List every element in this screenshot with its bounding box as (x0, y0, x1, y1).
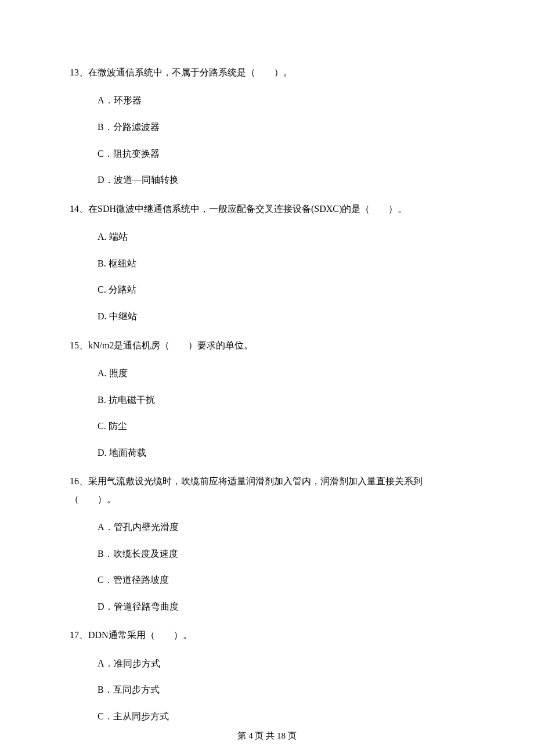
options-list: A．管孔内壁光滑度 B．吹缆长度及速度 C．管道径路坡度 D．管道径路弯曲度 (70, 520, 464, 614)
option-a: A．管孔内壁光滑度 (98, 520, 464, 535)
question-15: 15、kN/m2是通信机房（ ）要求的单位。 A. 照度 B. 抗电磁干扰 C.… (70, 337, 464, 460)
option-d: D. 地面荷载 (98, 445, 464, 460)
document-content: 13、在微波通信系统中，不属于分路系统是（ ）。 A．环形器 B．分路滤波器 C… (70, 64, 464, 724)
option-b: B．吹缆长度及速度 (98, 546, 464, 561)
question-17: 17、DDN通常采用（ ）。 A．准同步方式 B．互同步方式 C．主从同步方式 (70, 627, 464, 723)
option-c: C．管道径路坡度 (98, 573, 464, 588)
options-list: A. 端站 B. 枢纽站 C. 分路站 D. 中继站 (70, 229, 464, 323)
option-a: A．准同步方式 (98, 656, 464, 671)
options-list: A．准同步方式 B．互同步方式 C．主从同步方式 (70, 656, 464, 724)
option-a: A. 端站 (98, 229, 464, 244)
page-footer: 第 4 页 共 18 页 (0, 729, 534, 743)
option-c: C. 防尘 (98, 419, 464, 434)
option-b: B. 枢纽站 (98, 256, 464, 271)
question-13: 13、在微波通信系统中，不属于分路系统是（ ）。 A．环形器 B．分路滤波器 C… (70, 64, 464, 188)
question-16: 16、采用气流敷设光缆时，吹缆前应将适量润滑剂加入管内，润滑剂加入量直接关系到（… (70, 473, 464, 614)
question-text: 15、kN/m2是通信机房（ ）要求的单位。 (70, 337, 464, 354)
question-14: 14、在SDH微波中继通信系统中，一般应配备交叉连接设备(SDXC)的是（ ）。… (70, 200, 464, 324)
option-c: C．主从同步方式 (98, 709, 464, 724)
option-d: D．波道—同轴转换 (98, 172, 464, 188)
option-a: A. 照度 (98, 366, 464, 381)
option-b: B. 抗电磁干扰 (98, 393, 464, 408)
options-list: A．环形器 B．分路滤波器 C．阻抗变换器 D．波道—同轴转换 (70, 93, 464, 187)
option-d: D．管道径路弯曲度 (98, 599, 464, 614)
question-text: 13、在微波通信系统中，不属于分路系统是（ ）。 (70, 64, 464, 81)
question-text: 14、在SDH微波中继通信系统中，一般应配备交叉连接设备(SDXC)的是（ ）。 (70, 200, 464, 218)
option-c: C．阻抗变换器 (98, 146, 464, 161)
option-b: B．互同步方式 (98, 682, 464, 697)
question-text: 16、采用气流敷设光缆时，吹缆前应将适量润滑剂加入管内，润滑剂加入量直接关系到（… (70, 473, 464, 508)
option-a: A．环形器 (98, 93, 464, 108)
option-b: B．分路滤波器 (98, 120, 464, 135)
option-c: C. 分路站 (98, 282, 464, 297)
question-text: 17、DDN通常采用（ ）。 (70, 627, 464, 644)
options-list: A. 照度 B. 抗电磁干扰 C. 防尘 D. 地面荷载 (70, 366, 464, 460)
option-d: D. 中继站 (98, 309, 464, 324)
